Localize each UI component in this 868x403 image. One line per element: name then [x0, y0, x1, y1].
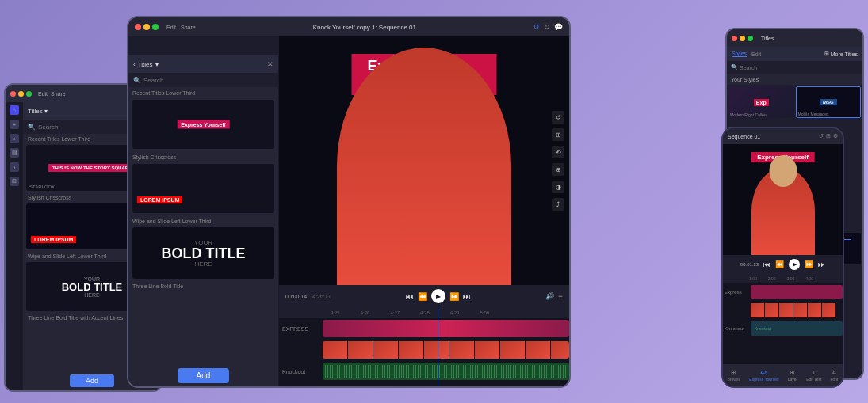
dip-section4: Three Line Bold Title — [128, 280, 278, 291]
tr-search-input[interactable] — [740, 65, 858, 70]
thumb-6 — [449, 341, 475, 359]
library-icon[interactable]: ▤ — [10, 148, 19, 158]
grid-badge-2: MSG — [820, 99, 837, 105]
express-track-content[interactable] — [323, 320, 569, 337]
phone-timeline: 1:00 2:00 3:00 4:00 Express Kn — [723, 274, 843, 364]
edit-menu[interactable]: Edit — [166, 25, 176, 30]
next-icon[interactable]: ⏭ — [463, 292, 471, 301]
edit-nav[interactable]: Edit — [38, 91, 48, 97]
volume-icon[interactable]: 🔊 — [545, 292, 554, 300]
dip-bold-card[interactable]: YOUR BOLD TITLE HERE — [132, 227, 274, 279]
tablet-left-icon-rail: ⌂ + ‹ ▤ ♪ ⊞ — [6, 102, 23, 390]
lorem-badge: LOREM IPSUM — [137, 196, 182, 203]
browse-tab[interactable]: ⊞ Browse — [728, 369, 741, 382]
add-button[interactable]: Add — [70, 374, 114, 387]
bold-here: HERE — [162, 260, 246, 268]
ph-video-content[interactable] — [751, 303, 843, 317]
grid-label-2: Mobile Messages — [798, 112, 829, 116]
forward-icon[interactable]: ⏩ — [449, 292, 459, 301]
share-icon[interactable]: ⤴ — [552, 198, 564, 211]
music-icon[interactable]: ♪ — [10, 162, 19, 172]
desktop-inner-panel: ‹ Titles ▾ ✕ 🔍 Recent Titles Lower Third… — [128, 55, 279, 386]
speech-icon[interactable]: 💬 — [554, 23, 563, 31]
grid-item-2[interactable]: MSG Mobile Messages — [796, 86, 862, 118]
color-icon[interactable]: ◑ — [552, 181, 564, 193]
ph-thumb-6 — [822, 303, 836, 317]
expand-icon[interactable]: ⊞ — [826, 133, 831, 139]
express-track-label: EXPRESS — [279, 326, 323, 332]
more-titles-btn[interactable]: ⊞ More Titles — [824, 51, 858, 57]
font-tab[interactable]: A Font — [830, 369, 838, 382]
font-label: Font — [830, 377, 838, 382]
ph-next-icon[interactable]: ⏭ — [818, 260, 825, 268]
ph-express-content[interactable] — [751, 285, 843, 299]
card1-label: STARLOOK — [29, 184, 55, 189]
zoom-icon[interactable]: ⊕ — [552, 163, 564, 176]
rewind-icon[interactable]: ⏪ — [418, 292, 427, 301]
mark1: 4:25 — [331, 310, 340, 315]
bold-title-display: YOUR BOLD TITLE HERE — [162, 239, 246, 268]
inner-search-input[interactable] — [143, 77, 273, 84]
ph-play-button[interactable]: ▶ — [789, 259, 800, 270]
transform-icon[interactable]: ⟲ — [552, 146, 564, 158]
mark6: 5:00 — [480, 310, 489, 315]
prev-icon[interactable]: ⏮ — [406, 292, 414, 301]
search-icon: 🔍 — [28, 124, 36, 131]
edit-text-tab[interactable]: T Edit Text — [806, 369, 821, 382]
back-icon[interactable]: ‹ — [10, 134, 19, 143]
bold-title-text: BOLD TITLE — [62, 282, 123, 292]
add-icon[interactable]: + — [10, 120, 19, 129]
thumb-3 — [373, 341, 399, 359]
back-icon[interactable]: ‹ — [133, 61, 136, 68]
play-button[interactable]: ▶ — [431, 289, 445, 303]
rotate-icon[interactable]: ↺ — [552, 111, 564, 124]
undo-icon[interactable]: ↺ — [533, 23, 540, 31]
thumb-9 — [526, 341, 551, 359]
layer-tab[interactable]: ⊕ Layer — [788, 369, 798, 382]
express-badge: Express Yourself — [177, 120, 230, 129]
ph-knockout-content[interactable]: Knockout — [751, 321, 843, 336]
ph-forward-icon[interactable]: ⏩ — [805, 260, 813, 268]
video-track-content[interactable] — [323, 341, 569, 359]
ph-prev-icon[interactable]: ⏮ — [763, 260, 770, 268]
ph-mark4: 4:00 — [805, 276, 813, 281]
dip-card2[interactable]: LOREM IPSUM — [132, 164, 274, 213]
tr-titles-header: Styles Edit ⊞ More Titles — [727, 47, 862, 61]
titles-button[interactable]: Titles ▾ — [28, 108, 48, 115]
share-menu[interactable]: Share — [181, 25, 196, 30]
tr-search-row: 🔍 — [727, 61, 862, 74]
phone-ruler-marks: 1:00 2:00 3:00 4:00 — [749, 276, 813, 281]
bold-title: BOLD TITLE — [162, 246, 246, 260]
ph-thumb-3 — [779, 303, 793, 317]
share-nav[interactable]: Share — [51, 91, 66, 97]
ph-rewind-icon[interactable]: ⏪ — [775, 260, 784, 268]
tab-styles[interactable]: Styles — [732, 51, 747, 57]
effects-icon[interactable]: ⊞ — [10, 177, 19, 186]
ph-knockout-text: Knockout — [752, 326, 771, 331]
duration: 4:26:11 — [312, 294, 331, 299]
tab-edit[interactable]: Edit — [751, 51, 761, 57]
ph-mark2: 2:00 — [768, 276, 776, 281]
inner-panel-title-row: ‹ Titles ▾ — [133, 61, 159, 68]
menu-icon[interactable]: ≡ — [558, 292, 563, 301]
redo-icon[interactable]: ↻ — [544, 23, 550, 31]
thumb-2 — [348, 341, 373, 359]
crop-icon[interactable]: ⊞ — [552, 128, 564, 141]
thumb-7 — [475, 341, 500, 359]
home-icon[interactable]: ⌂ — [10, 105, 19, 115]
express-icon: Aa — [760, 369, 768, 376]
audio-track-content[interactable] — [323, 363, 569, 380]
desktop-timeline: 4:25 4:26 4:27 4:28 4:29 5:00 EXPRESS — [279, 307, 569, 386]
add-title-button[interactable]: Add — [178, 368, 230, 383]
ph-mark1: 1:00 — [749, 276, 757, 281]
settings-icon[interactable]: ⚙ — [833, 133, 838, 139]
desktop-main-content: Express Yourself ↺ ⊞ ⟲ ⊕ ◑ ⤴ 00:00:14 4:… — [279, 36, 569, 386]
grid-item-1[interactable]: Exp Modern Right Callout — [728, 86, 794, 118]
story-badge: THIS IS NOW THE STORY SQUARE — [48, 164, 136, 172]
thumb-1 — [323, 341, 348, 359]
dip-card1[interactable]: Express Yourself — [132, 100, 274, 149]
phone-ruler: 1:00 2:00 3:00 4:00 — [723, 274, 843, 283]
close-inner-panel[interactable]: ✕ — [267, 60, 273, 68]
undo-icon[interactable]: ↺ — [819, 133, 824, 139]
express-yourself-tab[interactable]: Aa Express Yourself — [749, 369, 778, 382]
